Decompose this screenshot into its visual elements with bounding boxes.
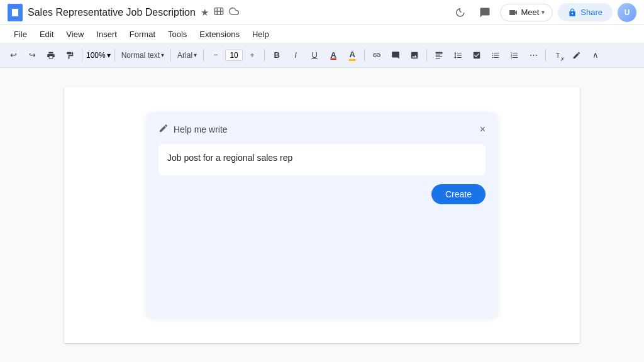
top-right: Meet ▾ Share U (450, 3, 636, 23)
line-spacing-button[interactable] (450, 47, 466, 63)
image-button[interactable] (406, 47, 423, 63)
divider-2 (114, 49, 115, 62)
ai-panel-heading: Help me write (174, 124, 228, 134)
toolbar: ↩ ↪ 100% ▾ Normal text ▾ Arial ▾ − + B I… (0, 43, 644, 68)
undo-button[interactable]: ↩ (5, 47, 21, 63)
numbered-list-button[interactable] (506, 47, 523, 63)
cloud-saved-icon[interactable] (229, 6, 239, 18)
user-avatar[interactable]: U (618, 3, 636, 22)
ai-input-text: Job post for a regional sales rep (167, 153, 292, 163)
meet-chevron-icon: ▾ (541, 9, 545, 16)
font-select[interactable]: Arial ▾ (175, 50, 199, 61)
font-size-decrease-button[interactable]: − (208, 47, 224, 63)
bullet-list-button[interactable] (487, 47, 504, 63)
font-label: Arial (177, 51, 192, 60)
meet-button[interactable]: Meet ▾ (500, 4, 553, 21)
document-title[interactable]: Sales Representative Job Description (28, 7, 196, 18)
paint-format-button[interactable] (62, 47, 78, 63)
redo-button[interactable]: ↪ (24, 47, 40, 63)
link-button[interactable] (369, 47, 385, 63)
style-arrow-icon: ▾ (161, 52, 164, 58)
meet-label: Meet (521, 8, 539, 17)
ai-panel-footer: Create (158, 184, 486, 204)
font-arrow-icon: ▾ (194, 52, 197, 58)
share-button[interactable]: Share (558, 3, 613, 21)
font-size-control: − + (208, 47, 260, 63)
title-icons: ★ (201, 6, 239, 18)
menu-format[interactable]: Format (125, 28, 160, 41)
paragraph-style-select[interactable]: Normal text ▾ (119, 50, 167, 61)
bold-button[interactable]: B (269, 47, 285, 63)
google-docs-icon (8, 4, 23, 21)
create-button[interactable]: Create (431, 184, 486, 204)
ai-panel: Help me write × Job post for a regional … (146, 112, 498, 318)
divider-5 (264, 49, 265, 62)
divider-4 (203, 49, 204, 62)
zoom-arrow-icon: ▾ (107, 51, 111, 60)
menu-view[interactable]: View (61, 28, 89, 41)
divider-7 (426, 49, 427, 62)
star-icon[interactable]: ★ (201, 7, 209, 18)
menu-edit[interactable]: Edit (35, 28, 58, 41)
divider-3 (170, 49, 171, 62)
top-bar-left: Sales Representative Job Description ★ (8, 4, 239, 21)
suggest-edit-button[interactable] (569, 47, 585, 63)
text-color-button[interactable]: A (325, 47, 341, 63)
share-label: Share (580, 8, 602, 17)
font-size-input[interactable] (225, 50, 243, 61)
more-options-button[interactable]: ⋯ (525, 47, 541, 63)
style-label: Normal text (121, 51, 160, 60)
drive-icon[interactable] (214, 6, 224, 18)
chat-button[interactable] (475, 3, 495, 23)
ai-panel-header: Help me write × (158, 123, 486, 135)
collapse-toolbar-button[interactable]: ∧ (587, 47, 604, 63)
divider-8 (545, 49, 546, 62)
italic-button[interactable]: I (287, 47, 304, 63)
menu-extensions[interactable]: Extensions (194, 28, 245, 41)
menu-file[interactable]: File (9, 28, 32, 41)
ai-panel-title: Help me write (158, 123, 228, 135)
top-bar: Sales Representative Job Description ★ M… (0, 0, 644, 25)
menu-tools[interactable]: Tools (163, 28, 192, 41)
align-button[interactable] (431, 47, 447, 63)
zoom-control[interactable]: 100% ▾ (86, 51, 111, 60)
menu-help[interactable]: Help (247, 28, 274, 41)
document-page: Help me write × Job post for a regional … (64, 87, 580, 343)
comment-button[interactable] (387, 47, 404, 63)
divider-1 (82, 49, 82, 62)
highlight-color-button[interactable]: A (344, 47, 360, 63)
menu-bar: File Edit View Insert Format Tools Exten… (0, 25, 644, 43)
clear-formatting-button[interactable]: T✗ (550, 47, 566, 63)
content-area: Help me write × Job post for a regional … (0, 68, 644, 362)
divider-6 (364, 49, 365, 62)
underline-button[interactable]: U (306, 47, 323, 63)
ai-input-area[interactable]: Job post for a regional sales rep (158, 144, 486, 175)
history-button[interactable] (450, 3, 470, 23)
ai-panel-close-button[interactable]: × (480, 124, 486, 134)
help-me-write-icon (158, 123, 169, 135)
menu-insert[interactable]: Insert (91, 28, 122, 41)
checklist-button[interactable] (469, 47, 485, 63)
font-size-increase-button[interactable]: + (244, 47, 260, 63)
zoom-value: 100% (86, 51, 106, 60)
print-button[interactable] (43, 47, 59, 63)
